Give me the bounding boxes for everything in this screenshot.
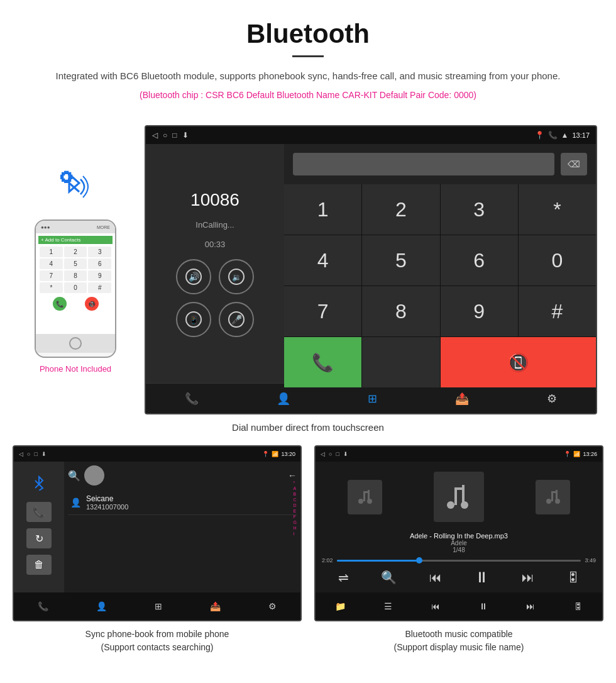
- home-icon: ○: [163, 131, 167, 140]
- music-shuffle-btn[interactable]: ⇌: [338, 570, 349, 585]
- bt-logo-icon: [31, 475, 47, 491]
- phonebook-sidebar: 📞 ↻ 🗑: [14, 462, 64, 592]
- dial-key-2[interactable]: 2: [362, 184, 439, 235]
- music-nav-play-icon[interactable]: ⏸: [479, 601, 488, 611]
- phone-key-4[interactable]: 4: [40, 258, 63, 269]
- volume-up-btn[interactable]: 🔊: [176, 259, 211, 294]
- phone-key-hash[interactable]: #: [88, 282, 111, 293]
- phone-keypad: 1 2 3 4 5 6 7 8 9 * 0 #: [38, 245, 113, 294]
- mic-btn[interactable]: 🎤: [219, 302, 254, 337]
- music-nav-list-icon[interactable]: ☰: [384, 601, 392, 611]
- pb-search-icon[interactable]: 🔍: [68, 470, 80, 482]
- nav-settings-icon[interactable]: ⚙: [547, 392, 557, 406]
- main-caption: Dial number direct from touchscreen: [0, 422, 616, 433]
- music-status-bar: ◁ ○ □ ⬇ 📍 📶 13:26: [316, 447, 602, 462]
- pb-nav-transfer-icon[interactable]: 📤: [210, 601, 221, 611]
- phone-key-7[interactable]: 7: [40, 270, 63, 281]
- music-info: Adele - Rolling In the Deep.mp3 Adele 1/…: [410, 532, 508, 553]
- dial-key-7[interactable]: 7: [284, 286, 361, 336]
- pb-search-row: 🔍 ←: [68, 465, 297, 486]
- phone-call-green-btn[interactable]: 📞: [53, 297, 67, 311]
- pb-contact-details: Seicane 13241007000: [86, 494, 128, 511]
- music-caption: Bluetooth music compatible (Support disp…: [314, 628, 603, 654]
- pb-nav-phone-icon[interactable]: 📞: [38, 601, 48, 611]
- dial-key-star[interactable]: *: [519, 184, 596, 235]
- header-section: Bluetooth Integrated with BC6 Bluetooth …: [0, 0, 616, 125]
- phonebook-android-screen: ◁ ○ □ ⬇ 📍 📶 13:20: [13, 445, 302, 621]
- pb-bluetooth-icon[interactable]: [26, 470, 52, 496]
- pb-delete-btn[interactable]: 🗑: [26, 555, 52, 575]
- pb-nav-person-icon[interactable]: 👤: [96, 601, 107, 611]
- dial-key-6[interactable]: 6: [441, 235, 518, 286]
- svg-line-10: [35, 484, 39, 488]
- pb-phone-btn[interactable]: 📞: [26, 502, 52, 522]
- phone-call-red-btn[interactable]: 📵: [85, 297, 99, 311]
- svg-point-21: [546, 499, 551, 504]
- phone-key-9[interactable]: 9: [88, 270, 111, 281]
- mic-icon: 🎤: [228, 311, 245, 328]
- dial-key-1[interactable]: 1: [284, 184, 361, 235]
- dial-delete-btn[interactable]: ⌫: [561, 153, 587, 175]
- dial-key-0[interactable]: 0: [519, 235, 596, 286]
- call-number: 10086: [190, 190, 239, 210]
- title-divider: [292, 55, 324, 57]
- music-screen-block: ◁ ○ □ ⬇ 📍 📶 13:26: [314, 445, 603, 654]
- phone-key-1[interactable]: 1: [40, 247, 63, 257]
- music-search-btn[interactable]: 🔍: [381, 570, 397, 585]
- dial-key-hash[interactable]: #: [519, 286, 596, 336]
- music-nav-folder-icon[interactable]: 📁: [335, 601, 346, 611]
- svg-point-11: [358, 499, 363, 504]
- call-status: InCalling...: [195, 220, 234, 230]
- pb-nav-settings-icon[interactable]: ⚙: [268, 601, 277, 611]
- music-nav-next-icon[interactable]: ⏭: [526, 601, 535, 611]
- music-nav-eq-icon[interactable]: 🎛: [574, 601, 583, 611]
- subtitle-text: Integrated with BC6 Bluetooth module, su…: [38, 69, 578, 84]
- nav-transfer-icon[interactable]: 📤: [455, 392, 469, 406]
- music-note-main-icon: [443, 481, 475, 513]
- phone-top-bar: ●●● MORE: [36, 221, 115, 233]
- dial-key-8[interactable]: 8: [362, 286, 439, 336]
- call-red-btn[interactable]: 📵: [441, 337, 597, 387]
- music-nav-prev-icon[interactable]: ⏮: [431, 601, 440, 611]
- nav-phone-icon[interactable]: 📞: [185, 392, 199, 406]
- phone-key-2[interactable]: 2: [64, 247, 87, 257]
- music-signal-icon: 📶: [573, 451, 580, 457]
- phone-key-3[interactable]: 3: [88, 247, 111, 257]
- phone-key-8[interactable]: 8: [64, 270, 87, 281]
- dial-key-5[interactable]: 5: [362, 235, 439, 286]
- android-bottom-nav: 📞 👤 ⊞ 📤 ⚙: [146, 383, 596, 413]
- alpha-b: B: [294, 492, 297, 496]
- music-prev-btn[interactable]: ⏮: [429, 570, 442, 585]
- volume-down-btn[interactable]: 🔉: [219, 259, 254, 294]
- music-play-btn[interactable]: ⏸: [475, 569, 490, 586]
- phone-key-5[interactable]: 5: [64, 258, 87, 269]
- music-note-next-icon: [544, 487, 563, 506]
- dial-key-4[interactable]: 4: [284, 235, 361, 286]
- dial-key-3[interactable]: 3: [441, 184, 518, 235]
- dial-input-field[interactable]: [293, 153, 554, 175]
- phonebook-caption-line1: Sync phone-book from mobile phone: [85, 629, 229, 639]
- dial-right-panel: ⌫ 1 2 3 * 4 5 6 0 7 8 9 #: [284, 144, 596, 383]
- nav-contacts-icon[interactable]: 👤: [277, 392, 290, 406]
- pb-refresh-btn[interactable]: ↻: [26, 528, 52, 548]
- music-nav-bar: 📁 ☰ ⏮ ⏸ ⏭ 🎛: [316, 592, 602, 620]
- music-progress-bar[interactable]: [337, 560, 581, 562]
- music-artist: Adele: [410, 540, 508, 547]
- pb-contact-row[interactable]: 👤 Seicane 13241007000: [68, 491, 297, 515]
- hangup-icon: 📵: [507, 352, 529, 373]
- alpha-d: D: [294, 503, 297, 508]
- music-next-btn[interactable]: ⏭: [522, 570, 534, 585]
- music-eq-btn[interactable]: 🎛: [567, 570, 580, 585]
- phone-home-button[interactable]: [69, 337, 82, 350]
- transfer-btn[interactable]: 📱: [176, 302, 211, 337]
- pb-nav-grid-icon[interactable]: ⊞: [155, 601, 162, 611]
- call-green-btn[interactable]: 📞: [284, 337, 361, 387]
- phone-key-6[interactable]: 6: [88, 258, 111, 269]
- svg-rect-15: [363, 491, 370, 493]
- pb-arrow-back-icon[interactable]: ←: [288, 470, 297, 480]
- phone-key-star[interactable]: *: [40, 282, 63, 293]
- dial-key-9[interactable]: 9: [441, 286, 518, 336]
- album-art-next: [536, 480, 570, 514]
- nav-keypad-icon[interactable]: ⊞: [368, 392, 377, 406]
- phone-key-0[interactable]: 0: [64, 282, 87, 293]
